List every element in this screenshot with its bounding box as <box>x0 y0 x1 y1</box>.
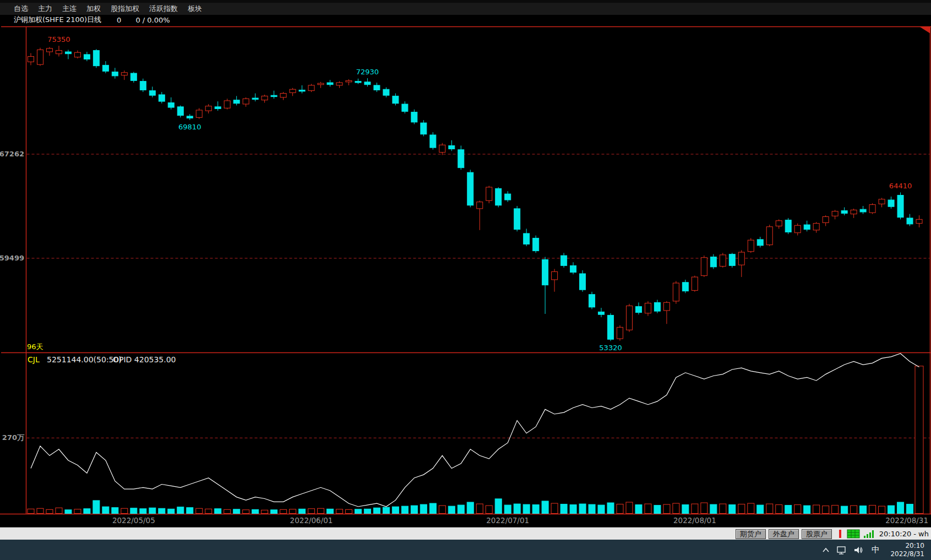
candle-body <box>430 135 436 148</box>
volume-bar <box>56 508 62 513</box>
date-axis-label: 2022/06/01 <box>290 516 333 525</box>
volume-bar <box>336 509 342 514</box>
network-display-icon[interactable] <box>834 540 851 560</box>
swing-price-label: 72930 <box>356 68 379 76</box>
volume-bar <box>635 505 642 514</box>
volume-bar <box>28 509 34 513</box>
candle-body <box>888 200 894 206</box>
candle-body <box>215 107 221 109</box>
candle-body <box>112 72 118 76</box>
candle-body <box>159 95 165 101</box>
candle-body <box>149 91 155 96</box>
volume-bar <box>271 510 277 514</box>
volume-bar <box>140 509 146 514</box>
volume-bar <box>720 504 726 513</box>
account-button-1[interactable]: 外盘户 <box>769 529 799 539</box>
candle-body <box>205 106 211 111</box>
corner-triangle-marker <box>920 27 930 34</box>
volume-bar <box>748 503 754 513</box>
volume-bar <box>804 505 810 513</box>
candle-body <box>813 224 819 230</box>
candle-body <box>785 220 791 232</box>
candle-body <box>570 265 576 272</box>
candle-body <box>757 240 763 246</box>
volume-bar <box>326 509 333 513</box>
candle-body <box>299 90 305 91</box>
volume-bar <box>130 508 137 514</box>
tray-chevron-up-icon[interactable] <box>818 540 834 560</box>
volume-bar <box>458 505 464 513</box>
candle-body <box>56 51 62 54</box>
volume-bar <box>364 509 371 513</box>
ime-language-indicator[interactable]: 中 <box>867 540 884 560</box>
candle-body <box>374 85 380 90</box>
volume-bar <box>579 504 586 513</box>
record-indicator-icon <box>839 530 841 538</box>
candle-body <box>46 48 52 52</box>
volume-bar <box>467 502 473 513</box>
volume-bar <box>570 505 576 514</box>
taskbar-date: 2022/8/31 <box>890 550 924 558</box>
candle-body <box>467 172 473 205</box>
candle-body <box>439 145 445 152</box>
opid-indicator-value: OPID 420535.00 <box>113 355 176 364</box>
volume-bar <box>598 505 605 513</box>
candle-body <box>233 100 239 104</box>
windows-taskbar: 中 20:10 2022/8/31 <box>0 540 931 560</box>
taskbar-clock[interactable]: 20:10 2022/8/31 <box>890 542 924 558</box>
candle-body <box>355 81 361 83</box>
volume-bar <box>345 509 352 513</box>
candle-body <box>37 50 43 64</box>
account-buttons: 期货户外盘户股票户 <box>736 528 835 539</box>
candle-body <box>168 103 174 108</box>
candle-body <box>84 55 90 59</box>
candle-body <box>897 195 903 218</box>
taskbar-time: 20:10 <box>905 542 924 550</box>
candle-body <box>692 277 698 290</box>
candle-body <box>748 240 754 252</box>
candle-body <box>869 205 875 213</box>
volume-bar <box>84 509 90 514</box>
volume-bar <box>252 509 259 513</box>
trading-app-window: 自选主力主连加权股指加权活跃指数板块 沪铜加权(SHFE 2100)日线 0 0… <box>0 0 931 560</box>
candle-body <box>701 258 707 276</box>
volume-bar <box>915 366 923 514</box>
candle-body <box>271 95 277 96</box>
candle-body <box>28 57 34 62</box>
candle-body <box>411 112 417 122</box>
volume-bar <box>93 501 100 514</box>
candle-body <box>477 202 483 209</box>
volume-bar <box>729 505 736 514</box>
candle-body <box>505 194 511 200</box>
volume-bar <box>121 508 128 513</box>
candle-body <box>243 99 249 104</box>
candle-body <box>598 312 605 314</box>
volume-bar <box>383 507 389 513</box>
volume-bar <box>495 499 502 514</box>
signal-strength-icon <box>863 529 875 539</box>
volume-bar <box>692 504 698 513</box>
chart-canvas[interactable]: 6726259499270万75350729306981053320644109… <box>0 0 931 527</box>
candle-body <box>327 83 333 85</box>
swing-price-label: 69810 <box>178 123 201 131</box>
candle-body <box>710 257 716 267</box>
volume-bar <box>112 508 118 514</box>
candle-body <box>177 107 183 116</box>
volume-bar <box>757 505 764 513</box>
volume-bar <box>626 502 633 513</box>
volume-bar <box>710 504 717 513</box>
volume-bar <box>532 505 539 514</box>
price-axis-label: 59499 <box>0 254 24 262</box>
account-button-0[interactable]: 期货户 <box>736 529 766 539</box>
volume-bar <box>663 504 670 513</box>
candle-body <box>654 302 660 311</box>
volume-bar <box>429 503 436 513</box>
volume-bar <box>879 506 885 513</box>
candle-body <box>393 96 399 103</box>
date-axis-label: 2022/05/05 <box>112 516 155 525</box>
speaker-icon[interactable] <box>851 540 867 560</box>
volume-bar <box>523 504 530 513</box>
volume-bar <box>776 505 782 514</box>
candle-body <box>262 96 268 100</box>
account-button-2[interactable]: 股票户 <box>802 529 832 539</box>
